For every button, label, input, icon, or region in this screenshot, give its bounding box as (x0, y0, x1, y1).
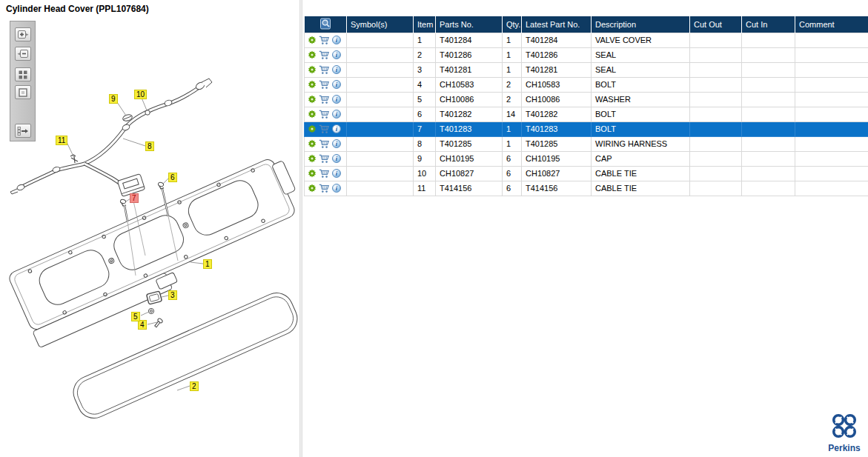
diagram-callout-1[interactable]: 1 (203, 259, 212, 269)
cell-item: 6 (414, 107, 436, 121)
diagram-callout-3[interactable]: 3 (168, 290, 177, 300)
diagram-callout-11[interactable]: 11 (56, 136, 67, 145)
diagram-callout-10[interactable]: 10 (134, 90, 147, 99)
cart-icon[interactable] (319, 139, 330, 149)
cell-symbols (347, 107, 414, 121)
table-row-2[interactable]: i 2 T401286 1 T401286 SEAL (305, 47, 868, 62)
cell-parts-no: T401283 (436, 121, 503, 136)
cell-cut-out (690, 47, 742, 62)
cell-cut-out (690, 136, 742, 151)
diagram-callout-2[interactable]: 2 (190, 381, 199, 391)
diagram-callout-5[interactable]: 5 (131, 312, 140, 321)
cell-item: 11 (414, 181, 436, 196)
cart-icon[interactable] (319, 80, 330, 90)
cell-parts-no: T401284 (436, 33, 503, 47)
cell-parts-no: CH10827 (436, 166, 503, 181)
table-row-6[interactable]: i 6 T401282 14 T401282 BOLT (305, 107, 868, 121)
cell-parts-no: T401282 (436, 107, 503, 121)
cell-cut-in (742, 121, 795, 136)
table-row-10[interactable]: i 10 CH10827 6 CH10827 CABLE TIE (305, 166, 868, 181)
info-icon[interactable]: i (332, 110, 341, 119)
info-icon[interactable]: i (332, 80, 341, 89)
col-parts-no: Parts No. (436, 16, 503, 33)
diagram-callout-6[interactable]: 6 (168, 173, 177, 182)
cell-symbols (347, 166, 414, 181)
col-cut-in: Cut In (742, 16, 795, 33)
cell-item: 10 (414, 166, 436, 181)
cell-cut-out (690, 33, 742, 47)
info-icon[interactable]: i (332, 36, 341, 44)
page-search-icon[interactable] (319, 18, 331, 30)
gear-icon[interactable] (308, 124, 317, 133)
cart-icon[interactable] (319, 95, 330, 104)
info-icon[interactable]: i (332, 154, 341, 163)
cell-parts-no: CH10583 (436, 77, 503, 92)
cell-qty: 6 (503, 166, 522, 181)
cell-symbols (347, 33, 414, 47)
gear-icon[interactable] (308, 50, 317, 59)
cart-icon[interactable] (319, 124, 330, 134)
cell-description: BOLT (592, 107, 690, 121)
info-icon[interactable]: i (332, 50, 341, 59)
cell-cut-out (690, 92, 742, 107)
col-item: Item (414, 16, 436, 33)
info-icon[interactable]: i (332, 124, 341, 133)
cart-icon[interactable] (319, 110, 330, 119)
info-icon[interactable]: i (332, 139, 341, 148)
cell-description: CABLE TIE (592, 166, 690, 181)
gear-icon[interactable] (308, 139, 317, 148)
perkins-emblem-icon (830, 412, 858, 440)
table-row-4[interactable]: i 4 CH10583 2 CH10583 BOLT (305, 77, 868, 92)
cell-qty: 1 (503, 62, 522, 77)
cart-icon[interactable] (319, 184, 330, 193)
table-row-11[interactable]: i 11 T414156 6 T414156 CABLE TIE (305, 181, 868, 196)
gear-icon[interactable] (308, 65, 317, 74)
cell-qty: 1 (503, 121, 522, 136)
cell-comment (795, 136, 868, 151)
cell-cut-in (742, 181, 795, 196)
cell-symbols (347, 92, 414, 107)
col-cut-out: Cut Out (690, 16, 742, 33)
table-row-8[interactable]: i 8 T401285 1 T401285 WIRING HARNESS (305, 136, 868, 151)
cart-icon[interactable] (319, 65, 330, 75)
cart-icon[interactable] (319, 154, 330, 164)
table-row-1[interactable]: i 1 T401284 1 T401284 VALVE COVER (305, 33, 868, 47)
cell-description: CAP (592, 151, 690, 166)
cart-icon[interactable] (319, 169, 330, 179)
table-row-7-selected[interactable]: i 7 T401283 1 T401283 BOLT (305, 121, 868, 136)
info-icon[interactable]: i (332, 65, 341, 74)
gear-icon[interactable] (308, 95, 317, 104)
gear-icon[interactable] (308, 80, 317, 89)
diagram-callout-9[interactable]: 9 (109, 94, 118, 104)
info-icon[interactable]: i (332, 95, 341, 104)
diagram-callout-8[interactable]: 8 (145, 141, 154, 151)
gear-icon[interactable] (308, 184, 317, 193)
table-row-9[interactable]: i 9 CH10195 6 CH10195 CAP (305, 151, 868, 166)
table-row-5[interactable]: i 5 CH10086 2 CH10086 WASHER (305, 92, 868, 107)
cell-symbols (347, 121, 414, 136)
cell-comment (795, 77, 868, 92)
gear-icon[interactable] (308, 169, 317, 178)
table-row-3[interactable]: i 3 T401281 1 T401281 SEAL (305, 62, 868, 77)
cell-description: VALVE COVER (592, 33, 690, 47)
parts-diagram[interactable] (0, 0, 301, 457)
cell-cut-out (690, 77, 742, 92)
info-icon[interactable]: i (332, 184, 341, 193)
brand-name: Perkins (826, 443, 863, 453)
app-window: Cylinder Head Cover (PPL107684) (0, 0, 868, 457)
cart-icon[interactable] (319, 50, 330, 60)
cell-symbols (347, 151, 414, 166)
cell-symbols (347, 47, 414, 62)
cell-comment (795, 107, 868, 121)
cell-description: WIRING HARNESS (592, 136, 690, 151)
cell-cut-in (742, 151, 795, 166)
gear-icon[interactable] (308, 110, 317, 119)
cart-icon[interactable] (319, 36, 330, 45)
info-icon[interactable]: i (332, 169, 341, 178)
cell-description: SEAL (592, 47, 690, 62)
diagram-callout-7-selected[interactable]: 7 (130, 193, 139, 203)
gear-icon[interactable] (308, 36, 317, 44)
cell-qty: 1 (503, 33, 522, 47)
cell-item: 7 (414, 121, 436, 136)
gear-icon[interactable] (308, 154, 317, 163)
